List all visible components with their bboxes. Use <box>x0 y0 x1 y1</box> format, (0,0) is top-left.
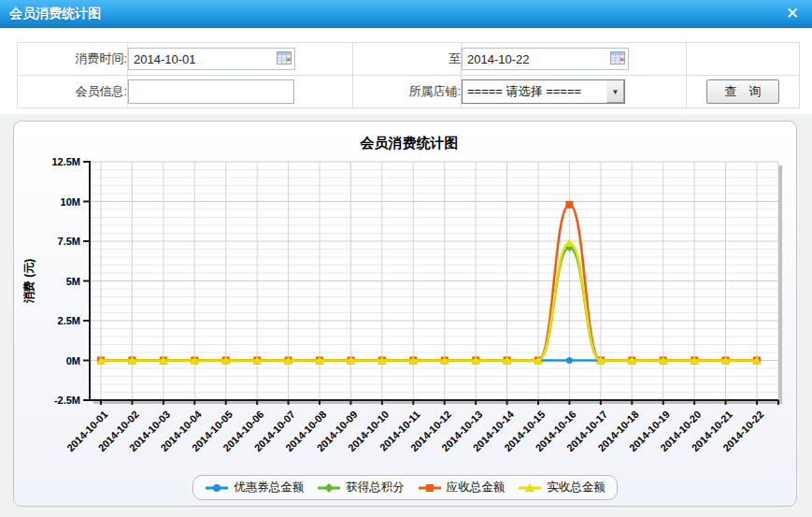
diamond-marker-icon <box>317 482 341 494</box>
svg-text:5M: 5M <box>66 276 80 287</box>
date-from-input[interactable] <box>128 48 295 70</box>
dialog-titlebar: 会员消费统计图 ✕ <box>0 0 812 28</box>
chart-legend: 优惠券总金额获得总积分应收总金额实收总金额 <box>192 475 618 500</box>
time-to-label: 至 <box>353 43 462 76</box>
date-to-input[interactable] <box>462 48 629 70</box>
shop-label: 所属店铺: <box>353 76 462 108</box>
legend-row: 优惠券总金额获得总积分应收总金额实收总金额 <box>14 475 796 500</box>
shop-select-value: ===== 请选择 ===== <box>463 83 606 100</box>
legend-label: 获得总积分 <box>346 480 405 495</box>
chart-panel: -2.5M0M2.5M5M7.5M10M12.5M2014-10-012014-… <box>13 121 797 507</box>
svg-text:2.5M: 2.5M <box>58 315 80 326</box>
calendar-icon[interactable] <box>610 50 625 65</box>
query-button[interactable]: 查 询 <box>706 79 779 104</box>
legend-item[interactable]: 应收总金额 <box>418 480 506 495</box>
legend-item[interactable]: 优惠券总金额 <box>205 480 304 495</box>
circle-marker-icon <box>205 482 229 494</box>
close-icon[interactable]: ✕ <box>782 4 803 24</box>
consumption-chart: -2.5M0M2.5M5M7.5M10M12.5M2014-10-012014-… <box>14 122 796 469</box>
date-to-box <box>462 48 629 70</box>
svg-text:12.5M: 12.5M <box>51 156 80 167</box>
member-consumption-dialog: 会员消费统计图 ✕ 消费时间: <box>0 0 812 517</box>
svg-text:-2.5M: -2.5M <box>54 395 80 406</box>
legend-label: 应收总金额 <box>447 480 506 495</box>
square-marker-icon <box>418 482 442 494</box>
chevron-down-icon[interactable]: ▼ <box>606 80 624 103</box>
spacer-cell <box>687 43 800 76</box>
shop-select[interactable]: ===== 请选择 ===== ▼ <box>462 79 625 104</box>
member-info-input[interactable] <box>128 79 294 104</box>
legend-item[interactable]: 实收总金额 <box>518 480 605 495</box>
time-from-label: 消费时间: <box>18 43 128 76</box>
calendar-icon[interactable] <box>277 50 292 65</box>
legend-item[interactable]: 获得总积分 <box>317 480 405 495</box>
chart-section: -2.5M0M2.5M5M7.5M10M12.5M2014-10-012014-… <box>0 114 812 517</box>
svg-text:10M: 10M <box>61 196 80 208</box>
member-info-label: 会员信息: <box>18 76 128 108</box>
date-from-box <box>128 48 295 70</box>
query-form: 消费时间: 至 <box>0 28 812 114</box>
legend-label: 优惠券总金额 <box>234 480 304 495</box>
svg-text:会员消费统计图: 会员消费统计图 <box>360 135 459 151</box>
member-info-box <box>128 85 294 99</box>
triangle-marker-icon <box>518 482 542 494</box>
svg-text:7.5M: 7.5M <box>58 236 80 247</box>
svg-text:0M: 0M <box>66 355 80 366</box>
svg-text:消费 (元): 消费 (元) <box>22 259 36 304</box>
legend-label: 实收总金额 <box>547 480 605 495</box>
dialog-title: 会员消费统计图 <box>0 6 101 22</box>
